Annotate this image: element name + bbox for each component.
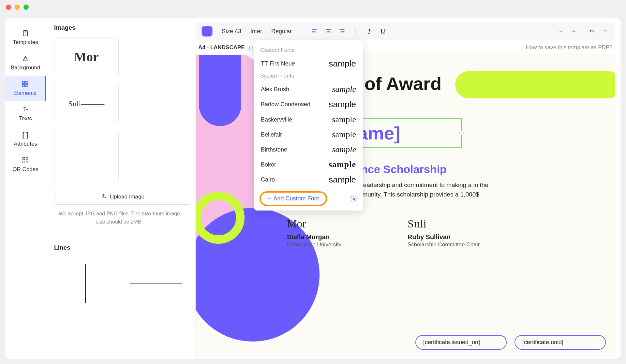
svg-rect-0 xyxy=(23,31,28,36)
pill-issued-on[interactable]: [certificate.issued_on] xyxy=(415,335,507,350)
left-nav-rail: Templates Background Elements Texts xyxy=(5,18,46,359)
elements-icon xyxy=(21,80,29,88)
signer-1-name: Stella Morgan xyxy=(287,233,368,241)
font-option-tt-firs-neue[interactable]: TT Firs Neuesample xyxy=(254,56,363,71)
info-icon[interactable]: i xyxy=(247,45,253,51)
svg-rect-7 xyxy=(26,158,28,160)
font-option-baskervville[interactable]: Baskervvillesample xyxy=(254,112,363,127)
svg-rect-8 xyxy=(23,161,25,163)
nav-templates[interactable]: Templates xyxy=(5,25,46,50)
qrcode-icon xyxy=(22,156,29,164)
attribute-pills: [certificate.issued_on] [certificate.uui… xyxy=(415,335,606,350)
nav-elements[interactable]: Elements xyxy=(5,76,46,101)
font-size-control[interactable]: Size 43 xyxy=(222,28,241,35)
background-icon xyxy=(22,55,29,63)
svg-rect-1 xyxy=(24,59,27,61)
image-thumb-signature-1[interactable]: Mor xyxy=(54,37,119,76)
nav-attributes-label: Attributes xyxy=(14,141,37,147)
svg-rect-4 xyxy=(22,85,24,87)
toolbar-right xyxy=(557,27,609,36)
upload-image-button[interactable]: Upload Image xyxy=(54,189,191,205)
align-right-button[interactable] xyxy=(338,27,346,36)
toolbar-divider-2 xyxy=(355,27,356,36)
text-toolbar: Size 43 Inter Regular I U xyxy=(196,22,615,40)
font-option-barlow-condensed[interactable]: Barlow Condensedsample xyxy=(254,97,363,112)
font-weight-control[interactable]: Regular xyxy=(271,28,292,35)
nav-attributes[interactable]: [ ] Attributes xyxy=(5,126,46,152)
nav-background-label: Background xyxy=(11,65,40,71)
nav-qrcodes[interactable]: QR Codes xyxy=(5,152,46,177)
signer-2: Suli Ruby Sullivan Scholarship Committee… xyxy=(408,218,489,248)
nav-background[interactable]: Background xyxy=(5,50,46,76)
lines-grid xyxy=(54,258,187,310)
svg-rect-2 xyxy=(22,81,24,83)
toolbar-divider-3 xyxy=(583,27,583,36)
undo-button[interactable] xyxy=(588,27,596,36)
font-option-cairo[interactable]: Cairosample xyxy=(254,172,363,187)
app-body: Templates Background Elements Texts xyxy=(5,18,621,359)
image-thumb-empty[interactable] xyxy=(54,131,119,183)
line-horizontal[interactable] xyxy=(125,258,187,310)
nav-texts[interactable]: Texts xyxy=(5,101,46,126)
font-dropdown: Custom Fonts TT Firs Neuesample System F… xyxy=(254,40,363,211)
svg-rect-5 xyxy=(25,85,27,87)
font-family-control[interactable]: Inter xyxy=(250,28,262,35)
help-save-pdf-link[interactable]: How to save this template as PDF? xyxy=(526,44,612,51)
text-color-swatch[interactable] xyxy=(201,26,213,37)
align-center-button[interactable] xyxy=(324,27,333,36)
style-group: I U xyxy=(365,27,387,36)
font-option-birthstone[interactable]: Birthstonesample xyxy=(254,142,363,157)
close-window-button[interactable] xyxy=(6,5,11,10)
nav-elements-label: Elements xyxy=(13,90,37,96)
upload-note: We accept JPG and PNG files. The maximum… xyxy=(54,210,185,226)
italic-button[interactable]: I xyxy=(365,27,373,36)
line-vertical[interactable] xyxy=(54,258,117,310)
svg-rect-6 xyxy=(23,158,25,160)
images-grid: Mor Suli——— xyxy=(54,37,187,183)
plus-icon: + xyxy=(267,195,271,202)
nav-qrcodes-label: QR Codes xyxy=(12,166,38,173)
page-format-label: A4 - LANDSCAPE i xyxy=(198,44,253,51)
font-option-bellefair[interactable]: Bellefairsample xyxy=(254,127,363,142)
redo-button[interactable] xyxy=(601,27,609,36)
upload-icon xyxy=(101,193,107,201)
signers-row: Mor Stella Morgan Dean of the University… xyxy=(287,218,489,248)
canvas-area: Size 43 Inter Regular I U xyxy=(196,18,621,359)
shape-purple-bean xyxy=(199,55,241,126)
upload-image-label: Upload Image xyxy=(110,194,144,200)
attributes-icon: [ ] xyxy=(22,131,29,139)
font-settings-button[interactable] xyxy=(350,195,357,202)
panel-divider xyxy=(54,236,187,236)
resize-handle-right[interactable] xyxy=(459,131,464,135)
font-option-alex-brush[interactable]: Alex Brushsample xyxy=(254,82,363,97)
svg-point-9 xyxy=(353,198,355,200)
toolbar-divider-1 xyxy=(301,27,301,36)
pill-uuid[interactable]: [certificate.uuid] xyxy=(514,335,606,350)
app-window: Templates Background Elements Texts xyxy=(0,0,626,364)
images-heading: Images xyxy=(54,24,187,31)
signature-2: Suli xyxy=(408,218,489,232)
texts-icon xyxy=(22,106,29,113)
underline-button[interactable]: U xyxy=(379,27,387,36)
minimize-window-button[interactable] xyxy=(15,5,20,10)
align-group xyxy=(310,27,346,36)
svg-rect-3 xyxy=(25,81,27,83)
lines-heading: Lines xyxy=(54,244,187,251)
maximize-window-button[interactable] xyxy=(23,5,29,10)
align-left-button[interactable] xyxy=(310,27,319,36)
signature-1: Mor xyxy=(287,218,368,232)
nav-texts-label: Texts xyxy=(19,115,32,122)
layer-down-button[interactable] xyxy=(557,27,565,36)
font-option-bokor[interactable]: Bokorsample xyxy=(254,157,363,172)
signer-1: Mor Stella Morgan Dean of the University xyxy=(287,218,368,248)
signer-2-name: Ruby Sullivan xyxy=(408,233,489,241)
font-dropdown-footer: + Add Custom Font xyxy=(254,187,363,206)
layer-up-button[interactable] xyxy=(570,27,578,36)
signer-2-title: Scholarship Committee Chair xyxy=(408,241,489,248)
image-thumb-signature-2[interactable]: Suli——— xyxy=(54,84,119,123)
add-custom-font-button[interactable]: + Add Custom Font xyxy=(260,191,327,206)
mac-titlebar xyxy=(0,0,626,14)
system-fonts-heading: System Fonts xyxy=(254,71,363,82)
nav-templates-label: Templates xyxy=(13,39,38,46)
templates-icon xyxy=(22,29,29,37)
